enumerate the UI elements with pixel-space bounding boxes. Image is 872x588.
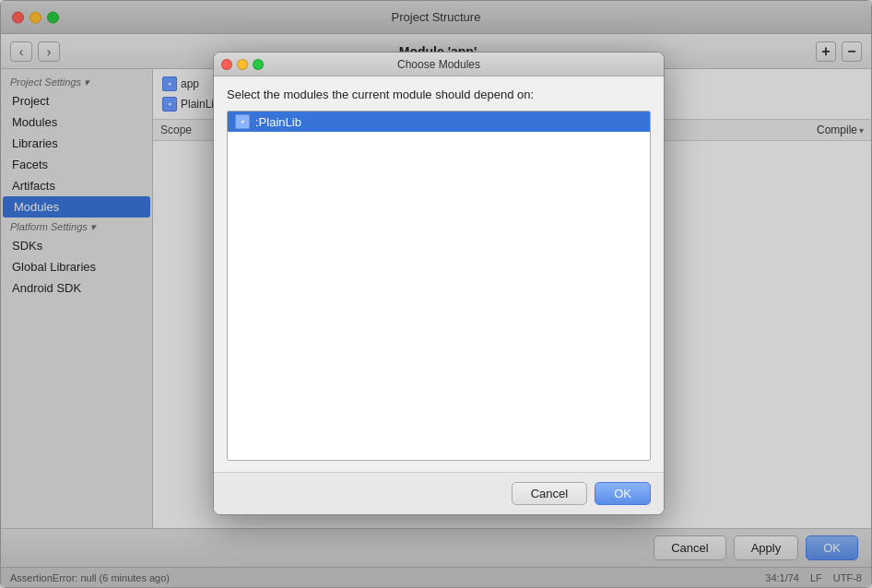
dialog-close-button[interactable] [221,59,232,70]
list-item-plainlib[interactable]: ▪ :PlainLib [228,112,650,132]
dialog-maximize-button[interactable] [253,59,264,70]
choose-modules-dialog: Choose Modules Select the modules the cu… [213,52,665,515]
dialog-minimize-button[interactable] [237,59,248,70]
dialog-body: Select the modules the current module sh… [214,76,664,472]
dialog-cancel-button[interactable]: Cancel [512,482,587,505]
dialog-module-list[interactable]: ▪ :PlainLib [227,111,651,461]
modal-backdrop: Choose Modules Select the modules the cu… [1,1,871,587]
dialog-window-controls [221,59,264,70]
module-icon-selected: ▪ [235,114,250,129]
main-window: Project Structure ‹ › Module 'app' + − P… [0,0,872,588]
dialog-footer: Cancel OK [214,472,664,514]
dialog-ok-button[interactable]: OK [595,482,651,505]
dialog-instruction: Select the modules the current module sh… [227,88,651,101]
dialog-title: Choose Modules [397,58,480,71]
dialog-title-bar: Choose Modules [214,53,664,76]
